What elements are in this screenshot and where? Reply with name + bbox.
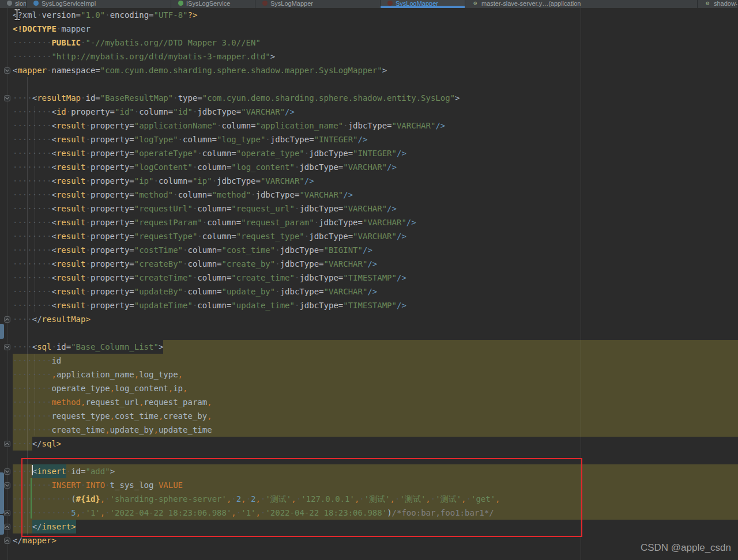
code-token: column= — [221, 119, 255, 133]
editor-tab-master-slave-server.y…(application[interactable]: ⚙master-slave-server.y…(application — [465, 0, 698, 8]
code-line[interactable]: ············(#{id},·'sharding-sphere-ser… — [0, 492, 738, 506]
fold-down-icon[interactable] — [4, 67, 10, 74]
code-token: /> — [358, 133, 368, 146]
code-token: · — [304, 229, 309, 243]
code-token: "VARCHAR" — [299, 188, 343, 202]
code-line[interactable]: ········<result·property="createTime"·co… — [0, 271, 738, 285]
code-token: "applicationName" — [134, 119, 217, 133]
code-token: 'sharding-sphere-server' — [110, 492, 227, 506]
code-token: column= — [202, 229, 236, 243]
code-line[interactable]: ····</resultMap> — [0, 312, 738, 326]
editor-tab-SysLogMapper[interactable]: SysLogMapper — [255, 0, 381, 8]
editor-tab-SysLogServiceImpl[interactable]: SysLogServiceImpl — [27, 0, 171, 8]
code-line[interactable]: ········"http://mybatis.org/dtd/mybatis-… — [0, 50, 738, 63]
code-line[interactable]: ············5,·'1',·'2022-04-22 18:23:06… — [0, 506, 738, 520]
code-token: ···· — [13, 437, 32, 451]
code-token: · — [395, 492, 400, 506]
code-token: · — [85, 174, 90, 188]
code-line[interactable]: <?xml·version="1.0"·encoding="UTF-8"?> — [0, 8, 738, 22]
code-token: · — [295, 202, 299, 215]
code-editor[interactable]: <?xml·version="1.0"·encoding="UTF-8"?><!… — [0, 0, 738, 560]
code-token: < — [51, 285, 56, 298]
code-line[interactable] — [0, 451, 738, 464]
code-token: · — [295, 271, 299, 285]
code-line[interactable]: ········<result·property="ip"·column="ip… — [0, 174, 738, 188]
code-token: , — [51, 368, 56, 381]
code-line[interactable]: ········<result·property="requestParam"·… — [0, 215, 738, 229]
code-line[interactable]: ········<result·property="logContent"·co… — [0, 160, 738, 174]
code-line[interactable]: ········<result·property="operateType"·c… — [0, 146, 738, 160]
fold-up-icon[interactable] — [4, 441, 10, 447]
code-line[interactable]: ········<id·property="id"·column="id"·jd… — [0, 105, 738, 119]
code-token: > — [159, 340, 163, 354]
code-token: < — [51, 257, 56, 271]
editor-tab-SysLogMapper[interactable]: SysLogMapper — [381, 0, 465, 8]
code-token: jdbcType= — [197, 105, 241, 119]
code-line[interactable] — [0, 77, 738, 91]
code-line[interactable]: ········<result·property="requestType"·c… — [0, 229, 738, 243]
fold-up-icon[interactable] — [4, 510, 10, 516]
editor-tab-shadow-ser[interactable]: ⚙shadow-ser — [698, 0, 738, 8]
code-line[interactable]: ····<sql·id="Base_Column_List"> — [0, 340, 738, 354]
code-line[interactable] — [0, 326, 738, 340]
code-line[interactable]: ········create_time,update_by,update_tim… — [0, 423, 738, 437]
code-line[interactable]: ····</sql> — [0, 437, 738, 451]
code-token: log_type — [139, 368, 178, 381]
editor-tab-sionCacher[interactable]: sionCacher — [0, 0, 27, 8]
code-line[interactable]: ········,application_name,log_type, — [0, 368, 738, 381]
code-token: insert — [37, 464, 66, 478]
editor-tab-ISysLogService[interactable]: ISysLogService — [171, 0, 255, 8]
code-line[interactable]: ········operate_type,log_content,ip, — [0, 381, 738, 395]
code-line[interactable]: ····</insert> — [0, 520, 738, 533]
code-line[interactable]: </mapper> — [0, 533, 738, 547]
code-token: < — [51, 119, 56, 133]
code-token: · — [295, 298, 299, 312]
code-token: "TIMESTAMP" — [343, 298, 397, 312]
code-token: property= — [71, 105, 115, 119]
code-line[interactable]: ········<result·property="updateBy"·colu… — [0, 285, 738, 298]
code-line[interactable]: ········<result·property="updateTime"·co… — [0, 298, 738, 312]
code-line[interactable]: <mapper·namespace="com.cyun.demo.shardin… — [0, 63, 738, 77]
code-line[interactable]: ········<result·property="logType"·colum… — [0, 133, 738, 146]
code-token: <?xml — [13, 8, 37, 22]
vcs-change-bar — [0, 515, 4, 535]
code-line[interactable]: <!DOCTYPE·mapper — [0, 22, 738, 36]
file-icon — [7, 1, 12, 6]
code-token: '1' — [241, 506, 255, 520]
code-line[interactable]: ········id — [0, 354, 738, 368]
code-token: property= — [91, 243, 134, 257]
fold-down-icon[interactable] — [4, 344, 10, 350]
code-line[interactable]: ········<result·property="createBy"·colu… — [0, 257, 738, 271]
code-line[interactable]: ········method,request_url,request_param… — [0, 395, 738, 409]
code-token: jdbcType= — [299, 271, 343, 285]
fold-down-icon[interactable] — [4, 468, 10, 475]
code-line[interactable]: ····<insert·id="add"> — [0, 464, 738, 478]
code-token: · — [85, 202, 90, 215]
code-token: property= — [91, 133, 134, 146]
code-line[interactable]: ········request_type,cost_time,create_by… — [0, 409, 738, 423]
tab-label: master-slave-server.y…(application — [481, 0, 581, 7]
code-line[interactable]: ········<result·property="costTime"·colu… — [0, 243, 738, 257]
code-token: "update_by" — [222, 285, 276, 298]
code-line[interactable]: ········<result·property="requestUrl"·co… — [0, 202, 738, 215]
code-line[interactable]: ········PUBLIC·"-//mybatis.org//DTD Mapp… — [0, 36, 738, 50]
fold-down-icon[interactable] — [4, 482, 10, 489]
code-line[interactable]: ········<result·property="method"·column… — [0, 188, 738, 202]
fold-up-icon[interactable] — [4, 538, 10, 544]
fold-down-icon[interactable] — [4, 95, 10, 101]
code-token: "costTime" — [134, 243, 183, 257]
code-token: create_time — [51, 423, 105, 437]
code-token: jdbcType= — [299, 202, 343, 215]
fold-up-icon[interactable] — [4, 524, 10, 530]
code-line[interactable]: ········INSERT·INTO·t_sys_log·VALUE — [0, 478, 738, 492]
fold-up-icon[interactable] — [4, 316, 10, 323]
code-token: "INTEGER" — [353, 146, 397, 160]
code-token: column= — [197, 202, 231, 215]
code-token: "BaseResultMap" — [100, 91, 173, 105]
code-line[interactable]: ····<resultMap·id="BaseResultMap"·type="… — [0, 91, 738, 105]
code-token: "com.cyun.demo.sharding.sphere.shadow.ma… — [100, 63, 382, 77]
code-line[interactable]: ········<result·property="applicationNam… — [0, 119, 738, 133]
code-token: jdbcType= — [309, 146, 353, 160]
code-token: cost_time — [115, 409, 159, 423]
code-token: · — [81, 91, 85, 105]
